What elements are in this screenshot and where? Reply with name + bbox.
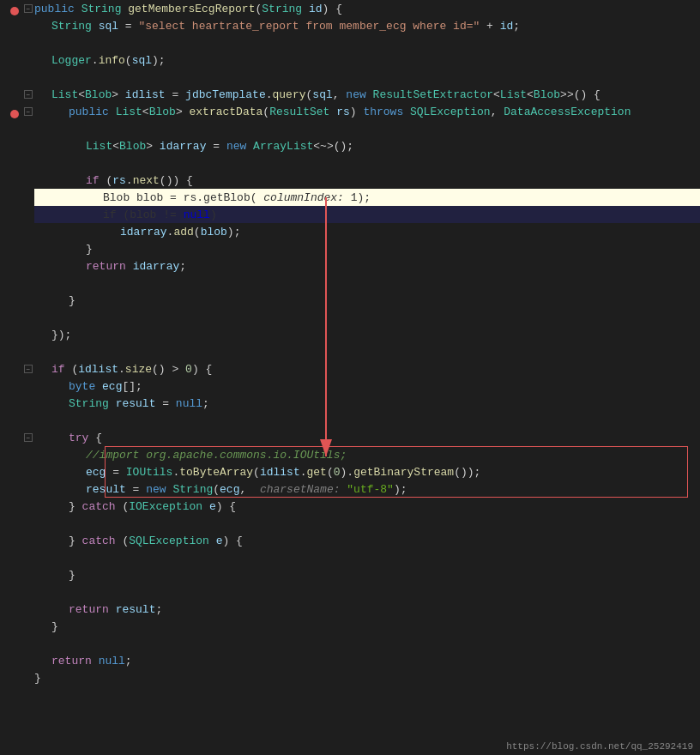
- fold-icon[interactable]: −: [24, 433, 33, 442]
- token-plain: [92, 20, 99, 33]
- token-kw2: try: [69, 432, 88, 444]
- token-param: ecg: [220, 483, 239, 496]
- code-line: [34, 34, 700, 51]
- token-plain: =: [126, 483, 146, 496]
- code-line: return null;: [34, 652, 700, 669]
- token-type: Blob: [534, 88, 560, 101]
- breakpoint-area: [9, 17, 21, 34]
- breakpoint-area: [9, 412, 21, 429]
- code-line: idarray.add(blob);: [34, 223, 700, 240]
- token-plain: [130, 191, 136, 204]
- breakpoint-area: [9, 154, 21, 172]
- breakpoint-area: [9, 172, 21, 189]
- fold-icon[interactable]: −: [24, 365, 33, 373]
- token-str: "select heartrate_report from member_ecg…: [138, 20, 480, 33]
- gutter-line: [0, 172, 34, 189]
- token-hint-label: columnIndex:: [263, 191, 344, 204]
- token-plain: ;: [125, 655, 132, 667]
- code-line: } catch (SQLException e) {: [34, 532, 700, 549]
- gutter-line: [0, 309, 34, 326]
- token-param: idarray: [133, 260, 180, 273]
- token-plain: ) {: [222, 535, 242, 547]
- token-param: ecg: [86, 466, 106, 479]
- fold-icon[interactable]: −: [24, 107, 33, 116]
- token-kw2: if: [103, 208, 117, 221]
- token-param: e: [209, 500, 216, 513]
- code-line: });: [34, 326, 700, 343]
- breakpoint-area: [9, 326, 21, 343]
- token-func: extractData: [189, 106, 262, 118]
- fold-icon[interactable]: −: [24, 90, 33, 99]
- breakpoint-area: [10, 429, 22, 446]
- breakpoint-area: [9, 549, 21, 566]
- gutter-line: [0, 549, 34, 566]
- breakpoint-area: [9, 34, 21, 51]
- token-plain: =: [106, 466, 125, 479]
- token-plain: ;: [202, 397, 209, 410]
- gutter-line: [0, 292, 34, 309]
- code-line: if (blob != null): [34, 206, 700, 223]
- token-kw: public: [69, 106, 109, 118]
- token-type: IOException: [129, 500, 202, 513]
- gutter-line: [0, 34, 34, 51]
- token-plain: .: [126, 174, 133, 187]
- token-plain: [341, 483, 347, 496]
- fold-icon[interactable]: −: [24, 4, 33, 13]
- token-plain: <: [527, 88, 534, 101]
- token-type: Blob: [103, 191, 130, 204]
- token-plain: !=: [156, 208, 183, 221]
- code-line: [34, 154, 700, 172]
- gutter-line: −: [0, 360, 34, 378]
- gutter-line: [0, 412, 34, 429]
- token-plain: [109, 106, 116, 118]
- code-line: byte ecg[];: [34, 378, 700, 395]
- token-func: size: [125, 363, 152, 376]
- token-param: rs: [112, 174, 126, 187]
- token-param: jdbcTemplate: [185, 88, 266, 101]
- breakpoint-area: [9, 515, 21, 532]
- code-line: ecg = IOUtils.toByteArray(idlist.get(0).…: [34, 463, 700, 480]
- code-line: String result = null;: [34, 395, 700, 412]
- token-kw2: if: [86, 174, 100, 187]
- token-type: ResultSet: [269, 106, 329, 118]
- token-type: String: [262, 3, 302, 15]
- token-param: result: [116, 603, 156, 616]
- breakpoint-area: [9, 206, 21, 223]
- token-plain: [329, 106, 336, 118]
- gutter-line: [0, 669, 34, 686]
- token-plain: <: [142, 106, 149, 118]
- code-line: [34, 549, 700, 566]
- token-param: idlist: [125, 88, 166, 101]
- token-plain: .: [167, 226, 174, 239]
- breakpoint-area: [9, 463, 21, 480]
- code-line: [34, 583, 700, 601]
- breakpoint-area: [9, 309, 21, 326]
- token-func: add: [173, 226, 193, 239]
- token-plain: ;: [179, 260, 186, 273]
- gutter-line: [0, 601, 34, 618]
- token-plain: ): [350, 106, 364, 118]
- breakpoint-area: [9, 51, 21, 69]
- token-plain: .: [196, 191, 203, 204]
- token-plain: (: [306, 88, 313, 101]
- code-line: }: [34, 566, 700, 583]
- token-plain: (: [125, 54, 132, 67]
- code-line: if (idlist.size() > 0) {: [34, 360, 700, 378]
- token-plain: [109, 603, 116, 616]
- token-plain: () >: [152, 363, 185, 376]
- token-plain: ): [210, 208, 217, 221]
- gutter-line: [0, 275, 34, 292]
- token-kw: public: [34, 3, 75, 15]
- gutter-line: [0, 463, 34, 480]
- token-plain: [302, 3, 309, 15]
- token-param: ecg: [102, 380, 122, 393]
- token-plain: (: [116, 500, 130, 513]
- token-plain: ) {: [216, 500, 236, 513]
- token-param: idarray: [160, 140, 207, 153]
- token-plain: (: [117, 208, 130, 221]
- token-plain: [209, 535, 216, 547]
- token-plain: ) {: [192, 363, 212, 376]
- gutter-line: [0, 583, 34, 601]
- token-plain: >: [112, 88, 125, 101]
- token-type: String: [69, 397, 109, 410]
